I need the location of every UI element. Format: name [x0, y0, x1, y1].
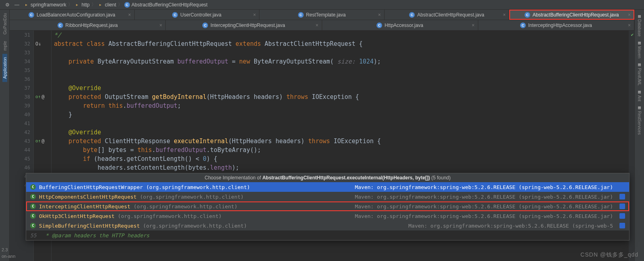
file-tab[interactable]: CAbstractClientHttpRequest.java×	[385, 10, 510, 20]
gutter-mark[interactable]	[34, 75, 51, 84]
tab-label: HttpAccessor.java	[385, 23, 423, 28]
file-tab[interactable]: CAbstractBufferingClientHttpRequest.java…	[509, 10, 634, 20]
code-line[interactable]: abstract class AbstractBufferingClientHt…	[54, 39, 629, 48]
java-class-icon: C	[58, 23, 63, 28]
tool-window-gupaoedu[interactable]: GuPaoEdu	[2, 10, 7, 38]
gear-icon[interactable]: ⚙	[2, 0, 12, 10]
code-line[interactable]: */	[54, 31, 629, 39]
gutter-mark[interactable]: o↑@	[34, 92, 51, 101]
file-tab[interactable]: CHttpAccessor.java×	[322, 20, 478, 30]
gutter-mark[interactable]: O↓	[34, 39, 51, 48]
class-name: InterceptingClientHttpRequest	[39, 203, 130, 210]
line-number: 38	[10, 92, 30, 101]
close-icon[interactable]: ×	[128, 12, 131, 18]
plantuml-icon[interactable]: ▦	[636, 62, 643, 68]
code-line[interactable]	[54, 75, 629, 84]
gutter-mark[interactable]	[34, 110, 51, 119]
database-icon[interactable]: ▦	[636, 13, 643, 19]
code-line[interactable]	[54, 119, 629, 128]
ant-icon[interactable]: ▦	[636, 89, 643, 95]
library-icon	[619, 213, 625, 219]
java-class-icon: C	[172, 12, 178, 18]
close-icon[interactable]: ×	[628, 23, 631, 28]
code-line[interactable]: }	[54, 110, 629, 119]
code-line[interactable]: @Override	[54, 128, 629, 137]
line-number: 36	[10, 75, 30, 84]
gutter-mark[interactable]	[34, 163, 51, 172]
gutter-mark[interactable]	[34, 119, 51, 128]
tool-window-application[interactable]: Application	[2, 54, 7, 82]
code-line[interactable]: byte[] bytes = this.bufferedOutput.toByt…	[54, 146, 629, 154]
class-name: SimpleBufferingClientHttpRequest	[39, 223, 140, 229]
implementation-row[interactable]: CBufferingClientHttpRequestWrapper (org.…	[26, 182, 629, 192]
line-number: 31	[10, 31, 30, 39]
class-icon: C	[30, 194, 36, 199]
crumb-4[interactable]: AbstractBufferingClientHttpRequest	[132, 2, 208, 8]
code-line[interactable]: @Override	[54, 84, 629, 92]
tool-label[interactable]: Maven	[637, 46, 642, 58]
crumb-3[interactable]: client	[105, 2, 116, 8]
implementation-row[interactable]: CInterceptingClientHttpRequest (org.spri…	[26, 201, 629, 211]
gutter-mark[interactable]	[34, 66, 51, 75]
java-class-icon: C	[202, 23, 208, 28]
gutter-mark[interactable]	[34, 146, 51, 154]
close-icon[interactable]: ×	[159, 23, 162, 28]
close-icon[interactable]: ×	[253, 12, 256, 18]
code-line[interactable]: private ByteArrayOutputStream bufferedOu…	[54, 57, 629, 66]
gutter-mark[interactable]	[34, 84, 51, 92]
tab-label: InterceptingHttpAccessor.java	[528, 23, 592, 28]
restservices-icon[interactable]: ▦	[636, 105, 643, 111]
file-tab[interactable]: CLoadBalancerAutoConfiguration.java×	[10, 10, 135, 20]
minimize-icon[interactable]: —	[14, 2, 19, 8]
left-tool-stripe: GuPaoEdumpleApplication	[0, 10, 10, 261]
close-icon[interactable]: ×	[628, 12, 631, 18]
status-left: 2.3 on-ann	[2, 247, 15, 259]
java-class-icon: C	[377, 23, 382, 28]
gutter-mark[interactable]: o↑@	[34, 137, 51, 146]
tool-label[interactable]: Database	[637, 19, 642, 37]
file-tab[interactable]: CRestTemplate.java×	[259, 10, 385, 20]
class-icon: C	[30, 203, 36, 209]
file-tab[interactable]: CRibbonHttpRequest.java×	[10, 20, 166, 30]
implementation-row[interactable]: CHttpComponentsClientHttpRequest (org.sp…	[26, 192, 629, 201]
file-tab[interactable]: CInterceptingHttpAccessor.java×	[478, 20, 634, 30]
implementation-popup: Choose Implementation of AbstractBufferi…	[26, 173, 630, 240]
close-icon[interactable]: ×	[472, 23, 475, 28]
code-line[interactable]: protected ClientHttpResponse executeInte…	[54, 137, 629, 146]
source-location: Maven: org.springframework:spring-web:5.…	[355, 213, 613, 219]
class-name: OkHttp3ClientHttpRequest	[39, 213, 115, 219]
gutter-mark[interactable]	[34, 57, 51, 66]
close-icon[interactable]: ×	[315, 23, 318, 28]
crumb-2[interactable]: http	[82, 2, 90, 8]
code-line[interactable]: return this.bufferedOutput;	[54, 101, 629, 110]
gutter-mark[interactable]	[34, 101, 51, 110]
file-tab[interactable]: CInterceptingClientHttpRequest.java×	[166, 20, 322, 30]
code-line[interactable]	[54, 66, 629, 75]
line-number: 40	[10, 110, 30, 119]
gutter-mark[interactable]	[34, 128, 51, 137]
code-line[interactable]	[54, 48, 629, 57]
gutter-mark[interactable]	[34, 31, 51, 39]
gutter-mark[interactable]	[34, 48, 51, 57]
implementation-row[interactable]: CSimpleBufferingClientHttpRequest (org.s…	[26, 221, 629, 230]
java-class-icon: C	[298, 12, 304, 18]
tool-label[interactable]: Ant	[637, 95, 642, 101]
tool-window-mple[interactable]: mple	[2, 38, 7, 54]
gutter-mark[interactable]	[34, 154, 51, 163]
implementation-row[interactable]: COkHttp3ClientHttpRequest (org.springfra…	[26, 211, 629, 221]
line-number: 34	[10, 57, 30, 66]
close-icon[interactable]: ×	[378, 12, 381, 18]
tab-row-2: CRibbonHttpRequest.java×CInterceptingCli…	[10, 20, 634, 31]
source-location: Maven: org.springframework:spring-web:5.…	[355, 184, 613, 190]
file-tab[interactable]: CUserController.java×	[135, 10, 260, 20]
close-icon[interactable]: ×	[503, 12, 506, 18]
inspection-ok-icon: ✔	[631, 32, 634, 37]
code-line[interactable]: protected OutputStream getBodyInternal(H…	[54, 92, 629, 101]
tool-label[interactable]: PlantUML	[637, 68, 642, 86]
crumb-1[interactable]: springframework	[31, 2, 66, 8]
code-line[interactable]: headers.setContentLength(bytes.length);	[54, 163, 629, 172]
source-location: Maven: org.springframework:spring-web:5.…	[355, 194, 613, 200]
maven-icon[interactable]: ▦	[636, 40, 643, 46]
tool-label[interactable]: RestServices	[637, 111, 642, 135]
code-line[interactable]: if (headers.getContentLength() < 0) {	[54, 154, 629, 163]
